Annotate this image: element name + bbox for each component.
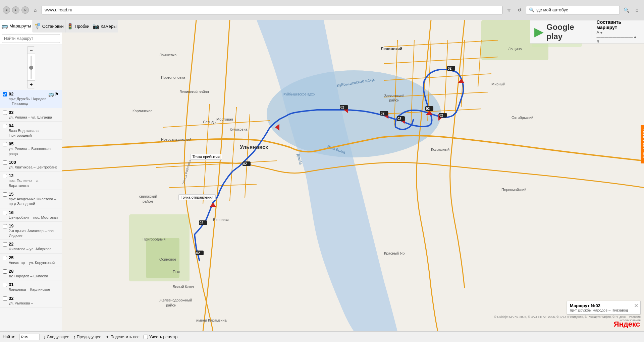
route-25-checkbox[interactable] (3, 256, 7, 260)
svg-text:02: 02 (200, 221, 204, 225)
back-button[interactable]: ◄ (3, 6, 10, 14)
route-item-19[interactable]: 19 2-я пр-ная Авиастар – пос. Индюее (0, 222, 62, 240)
stops-icon: 🚏 (34, 23, 41, 29)
route-item-04[interactable]: 04 База Водоканала – Пригородный (0, 122, 62, 140)
search-submit[interactable]: 🔍 (622, 6, 631, 14)
tab-cameras[interactable]: 📷 Камеры (91, 20, 118, 32)
route-item-12[interactable]: 12 пос. Полиено – с. Баратаевка (0, 172, 62, 190)
cameras-icon: 📷 (93, 23, 99, 29)
svg-text:Куйбышевское вдхр.: Куйбышевское вдхр. (283, 92, 316, 96)
route-item-22[interactable]: 22 Филатова – ул. Аблукова (0, 240, 62, 253)
register-checkbox[interactable] (144, 335, 148, 339)
browser-home-icon[interactable]: ⌂ (633, 6, 641, 14)
route-item-25[interactable]: 25 Авиастар – ул. Корунковой (0, 254, 62, 267)
route-15-checkbox[interactable] (3, 192, 7, 197)
route-16-checkbox[interactable] (3, 211, 7, 215)
highlight-button[interactable]: ✦ Подсветить все (105, 334, 140, 340)
svg-text:Пыл: Пыл (173, 270, 180, 274)
svg-text:Лощина: Лощина (508, 47, 522, 51)
svg-text:район: район (166, 303, 176, 307)
route-05-checkbox[interactable] (3, 142, 7, 146)
route-info-desc: пр-т Дружбы Народов – Пивзавод (570, 308, 638, 312)
next-icon: ↓ (44, 334, 46, 340)
route-25-desc: Авиастар – ул. Корунковой (9, 260, 55, 265)
tab-stops-label: Остановки (42, 24, 64, 29)
route-100-checkbox[interactable] (3, 160, 7, 165)
route-item-03[interactable]: 03 ул. Репина – ул. Шигаева (0, 108, 62, 122)
route-03-checkbox[interactable] (3, 111, 7, 115)
route-item-02[interactable]: 02 пр-т Дружбы Народов – Пивзавод 🚌 ⚑ (0, 90, 62, 108)
reload-icon[interactable]: ↺ (515, 6, 524, 14)
home-button[interactable]: ⌂ (31, 6, 40, 14)
route-info-close-button[interactable]: ✕ (634, 302, 638, 309)
google-play-banner[interactable]: ▶ Google play Составить маршрут A ● ————… (530, 20, 644, 44)
route-04-desc: База Водоканала – Пригородный (9, 128, 59, 138)
tab-routes[interactable]: 🚌 Маршруты (0, 20, 33, 32)
route-15-desc: пр-т Академика Филатова – пр-д Заводской (9, 197, 59, 206)
browser-chrome: ◄ ► ↻ ⌂ www.ulroad.ru ☆ ↺ 🔍 где мой авто… (0, 0, 644, 20)
route-02-bus-icon[interactable]: 🚌 (48, 91, 54, 97)
svg-text:Ленинский: Ленинский (381, 47, 402, 51)
route-31-checkbox[interactable] (3, 283, 7, 287)
register-check-label[interactable]: Учесть регистр (144, 335, 177, 339)
prev-button[interactable]: ↑ Предыдущее (73, 334, 101, 340)
route-02-checkbox[interactable] (3, 92, 7, 96)
refresh-button[interactable]: ↻ (21, 6, 29, 14)
svg-text:имени Карамзина: имени Карамзина (196, 318, 227, 322)
svg-text:Заволжский: Заволжский (384, 94, 405, 98)
svg-text:Первомайский: Первомайский (501, 188, 526, 192)
zoom-out-button[interactable]: − (28, 47, 35, 54)
url-text: www.ulroad.ru (45, 7, 72, 12)
url-bar[interactable]: www.ulroad.ru (42, 6, 502, 14)
route-item-16[interactable]: 16 Центробанк – пос. Мостовая (0, 208, 62, 222)
svg-text:район: район (389, 98, 399, 102)
zoom-slider[interactable] (28, 54, 35, 81)
gp-action-area: Составить маршрут A ● ————————— ● B (597, 20, 640, 44)
tab-traffic[interactable]: 🚦 Пробки (65, 20, 91, 32)
google-play-text: Google play (546, 22, 586, 41)
route-03-desc: ул. Репина – ул. Шигаева (9, 115, 52, 120)
route-info-title: Маршрут №02 (570, 303, 638, 308)
route-item-100[interactable]: 100 ул. Хватикова – Центробанк (0, 158, 62, 172)
browser-search-bar[interactable]: 🔍 где мой автобус (526, 6, 620, 14)
route-info-box: ✕ Маршрут №02 пр-т Дружбы Народов – Пивз… (567, 301, 641, 315)
route-32-checkbox[interactable] (3, 296, 7, 301)
next-button[interactable]: ↓ Следующее (44, 334, 69, 340)
route-02-number: 02 (9, 91, 47, 96)
map-svg: Куйбышевское вдхр. Река Волга (62, 20, 644, 331)
find-input[interactable] (19, 334, 40, 340)
route-item-28[interactable]: 28 До Народов – Шигаева (0, 267, 62, 280)
route-item-05[interactable]: 05 ул. Репина – Винновская роща (0, 140, 62, 158)
map-area[interactable]: Куйбышевское вдхр. Река Волга (62, 20, 644, 331)
route-31-number: 31 (9, 282, 50, 287)
tab-bar: 🚌 Маршруты 🚏 Остановки 🚦 Пробки 📷 Камеры (0, 20, 62, 32)
route-04-checkbox[interactable] (3, 124, 7, 128)
route-item-31[interactable]: 31 Лаишевка – Карлинское (0, 280, 62, 294)
route-28-checkbox[interactable] (3, 269, 7, 274)
route-19-checkbox[interactable] (3, 224, 7, 228)
route-12-checkbox[interactable] (3, 174, 7, 178)
register-label: Учесть регистр (149, 335, 177, 339)
route-02-flag-icon[interactable]: ⚑ (55, 91, 59, 97)
route-31-desc: Лаишевка – Карлинское (9, 287, 50, 292)
zoom-in-button[interactable]: + (28, 81, 35, 88)
forward-button[interactable]: ► (12, 6, 19, 14)
search-input[interactable] (2, 34, 60, 43)
route-item-15[interactable]: 15 пр-т Академика Филатова – пр-д Заводс… (0, 190, 62, 208)
route-16-desc: Центробанк – пос. Мостовая (9, 215, 58, 220)
traffic-icon: 🚦 (67, 23, 73, 29)
feedback-button[interactable]: ОБРАТНАЯ СВЯЗЬ (641, 125, 644, 163)
route-100-desc: ул. Хватикова – Центробанк (9, 165, 57, 169)
route-22-checkbox[interactable] (3, 242, 7, 247)
star-button[interactable]: ☆ (504, 6, 513, 14)
svg-text:02: 02 (397, 117, 401, 121)
svg-text:02: 02 (340, 106, 344, 109)
route-item-32[interactable]: 32 ул. Рылеева – (0, 294, 62, 307)
find-label: Найти: (3, 335, 15, 339)
tab-stops[interactable]: 🚏 Остановки (33, 20, 65, 32)
plan-route-ab: A ● ————————— ● B (597, 30, 640, 44)
svg-text:Винновка: Винновка (213, 218, 230, 222)
svg-text:02: 02 (448, 67, 452, 70)
svg-text:Ульяновск: Ульяновск (240, 144, 268, 150)
highlight-label: Подсветить все (110, 335, 140, 339)
